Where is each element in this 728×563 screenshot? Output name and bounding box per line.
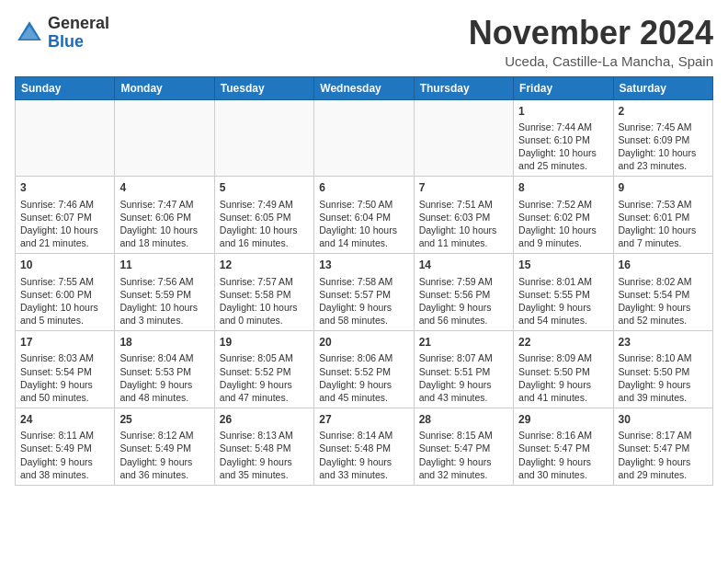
calendar-cell: 17Sunrise: 8:03 AM Sunset: 5:54 PM Dayli… <box>16 331 115 408</box>
weekday-header-row: SundayMondayTuesdayWednesdayThursdayFrid… <box>16 76 713 99</box>
weekday-header-wednesday: Wednesday <box>314 76 414 99</box>
calendar-cell: 27Sunrise: 8:14 AM Sunset: 5:48 PM Dayli… <box>314 408 414 486</box>
day-info: Sunrise: 7:52 AM Sunset: 6:02 PM Dayligh… <box>518 198 608 250</box>
calendar-cell: 9Sunrise: 7:53 AM Sunset: 6:01 PM Daylig… <box>613 177 712 254</box>
calendar-cell: 5Sunrise: 7:49 AM Sunset: 6:05 PM Daylig… <box>214 177 313 254</box>
day-info: Sunrise: 7:49 AM Sunset: 6:05 PM Dayligh… <box>220 198 309 250</box>
day-number: 3 <box>20 180 109 195</box>
weekday-header-tuesday: Tuesday <box>214 76 313 99</box>
day-info: Sunrise: 8:15 AM Sunset: 5:47 PM Dayligh… <box>419 429 508 481</box>
calendar-cell <box>115 99 214 177</box>
calendar-cell: 13Sunrise: 7:58 AM Sunset: 5:57 PM Dayli… <box>314 254 414 331</box>
calendar-cell: 6Sunrise: 7:50 AM Sunset: 6:04 PM Daylig… <box>314 177 414 254</box>
logo-general: General <box>48 14 109 32</box>
calendar-week-5: 24Sunrise: 8:11 AM Sunset: 5:49 PM Dayli… <box>16 408 713 486</box>
calendar-cell: 18Sunrise: 8:04 AM Sunset: 5:53 PM Dayli… <box>115 331 214 408</box>
calendar-cell <box>314 99 414 177</box>
day-number: 22 <box>518 335 608 350</box>
calendar-cell: 28Sunrise: 8:15 AM Sunset: 5:47 PM Dayli… <box>414 408 513 486</box>
day-number: 2 <box>619 104 708 119</box>
calendar-week-1: 1Sunrise: 7:44 AM Sunset: 6:10 PM Daylig… <box>16 99 713 177</box>
day-number: 29 <box>518 412 608 427</box>
day-info: Sunrise: 7:56 AM Sunset: 5:59 PM Dayligh… <box>119 275 209 327</box>
weekday-header-sunday: Sunday <box>16 76 115 99</box>
day-number: 12 <box>220 258 309 272</box>
calendar-cell: 11Sunrise: 7:56 AM Sunset: 5:59 PM Dayli… <box>115 254 214 331</box>
day-number: 5 <box>220 180 309 195</box>
calendar-table: SundayMondayTuesdayWednesdayThursdayFrid… <box>15 76 713 486</box>
calendar-cell <box>414 99 513 177</box>
calendar-week-3: 10Sunrise: 7:55 AM Sunset: 6:00 PM Dayli… <box>16 254 713 331</box>
calendar-cell: 30Sunrise: 8:17 AM Sunset: 5:47 PM Dayli… <box>613 408 712 486</box>
day-number: 25 <box>119 412 209 427</box>
day-number: 1 <box>518 104 608 119</box>
day-info: Sunrise: 8:01 AM Sunset: 5:55 PM Dayligh… <box>518 275 608 327</box>
page-header: General Blue November 2024 Uceda, Castil… <box>15 15 713 69</box>
calendar-cell: 14Sunrise: 7:59 AM Sunset: 5:56 PM Dayli… <box>414 254 513 331</box>
day-number: 7 <box>419 180 508 195</box>
day-info: Sunrise: 7:44 AM Sunset: 6:10 PM Dayligh… <box>518 121 608 173</box>
day-info: Sunrise: 8:10 AM Sunset: 5:50 PM Dayligh… <box>619 351 708 404</box>
logo-icon <box>15 18 44 48</box>
location: Uceda, Castille-La Mancha, Spain <box>469 53 713 69</box>
day-info: Sunrise: 8:14 AM Sunset: 5:48 PM Dayligh… <box>319 429 408 481</box>
day-info: Sunrise: 8:05 AM Sunset: 5:52 PM Dayligh… <box>220 351 309 404</box>
weekday-header-saturday: Saturday <box>613 76 712 99</box>
calendar-cell: 8Sunrise: 7:52 AM Sunset: 6:02 PM Daylig… <box>514 177 613 254</box>
day-info: Sunrise: 7:57 AM Sunset: 5:58 PM Dayligh… <box>220 275 309 327</box>
day-number: 20 <box>319 335 408 350</box>
day-info: Sunrise: 7:55 AM Sunset: 6:00 PM Dayligh… <box>20 275 109 327</box>
day-number: 26 <box>220 412 309 427</box>
month-title: November 2024 <box>469 15 713 52</box>
calendar-cell: 2Sunrise: 7:45 AM Sunset: 6:09 PM Daylig… <box>613 99 712 177</box>
calendar-cell: 20Sunrise: 8:06 AM Sunset: 5:52 PM Dayli… <box>314 331 414 408</box>
calendar-week-2: 3Sunrise: 7:46 AM Sunset: 6:07 PM Daylig… <box>16 177 713 254</box>
day-info: Sunrise: 8:13 AM Sunset: 5:48 PM Dayligh… <box>220 429 309 481</box>
day-info: Sunrise: 7:53 AM Sunset: 6:01 PM Dayligh… <box>619 198 708 250</box>
day-number: 19 <box>220 335 309 350</box>
day-number: 4 <box>119 180 209 195</box>
day-number: 15 <box>518 258 608 272</box>
day-info: Sunrise: 7:47 AM Sunset: 6:06 PM Dayligh… <box>119 198 209 250</box>
calendar-cell: 1Sunrise: 7:44 AM Sunset: 6:10 PM Daylig… <box>514 99 613 177</box>
day-number: 14 <box>419 258 508 272</box>
day-info: Sunrise: 8:03 AM Sunset: 5:54 PM Dayligh… <box>20 351 109 404</box>
calendar-cell: 3Sunrise: 7:46 AM Sunset: 6:07 PM Daylig… <box>16 177 115 254</box>
calendar-cell: 22Sunrise: 8:09 AM Sunset: 5:50 PM Dayli… <box>514 331 613 408</box>
calendar-cell: 24Sunrise: 8:11 AM Sunset: 5:49 PM Dayli… <box>16 408 115 486</box>
day-info: Sunrise: 7:50 AM Sunset: 6:04 PM Dayligh… <box>319 198 408 250</box>
day-number: 13 <box>319 258 408 272</box>
calendar-cell <box>16 99 115 177</box>
day-number: 17 <box>20 335 109 350</box>
day-number: 30 <box>619 412 708 427</box>
day-info: Sunrise: 7:46 AM Sunset: 6:07 PM Dayligh… <box>20 198 109 250</box>
day-number: 16 <box>619 258 708 272</box>
day-info: Sunrise: 8:07 AM Sunset: 5:51 PM Dayligh… <box>419 351 508 404</box>
calendar-cell: 4Sunrise: 7:47 AM Sunset: 6:06 PM Daylig… <box>115 177 214 254</box>
day-number: 24 <box>20 412 109 427</box>
calendar-cell: 21Sunrise: 8:07 AM Sunset: 5:51 PM Dayli… <box>414 331 513 408</box>
calendar-cell: 12Sunrise: 7:57 AM Sunset: 5:58 PM Dayli… <box>214 254 313 331</box>
day-info: Sunrise: 8:09 AM Sunset: 5:50 PM Dayligh… <box>518 351 608 404</box>
day-number: 10 <box>20 258 109 272</box>
day-info: Sunrise: 8:16 AM Sunset: 5:47 PM Dayligh… <box>518 429 608 481</box>
calendar-cell: 15Sunrise: 8:01 AM Sunset: 5:55 PM Dayli… <box>514 254 613 331</box>
calendar-cell: 29Sunrise: 8:16 AM Sunset: 5:47 PM Dayli… <box>514 408 613 486</box>
logo: General Blue <box>15 15 109 52</box>
day-info: Sunrise: 8:04 AM Sunset: 5:53 PM Dayligh… <box>119 351 209 404</box>
calendar-cell: 10Sunrise: 7:55 AM Sunset: 6:00 PM Dayli… <box>16 254 115 331</box>
day-number: 18 <box>119 335 209 350</box>
day-info: Sunrise: 7:59 AM Sunset: 5:56 PM Dayligh… <box>419 275 508 327</box>
title-block: November 2024 Uceda, Castille-La Mancha,… <box>469 15 713 69</box>
day-info: Sunrise: 8:11 AM Sunset: 5:49 PM Dayligh… <box>20 429 109 481</box>
day-number: 8 <box>518 180 608 195</box>
day-info: Sunrise: 8:12 AM Sunset: 5:49 PM Dayligh… <box>119 429 209 481</box>
calendar-cell: 7Sunrise: 7:51 AM Sunset: 6:03 PM Daylig… <box>414 177 513 254</box>
day-info: Sunrise: 8:17 AM Sunset: 5:47 PM Dayligh… <box>619 429 708 481</box>
day-number: 11 <box>119 258 209 272</box>
day-number: 27 <box>319 412 408 427</box>
day-info: Sunrise: 7:51 AM Sunset: 6:03 PM Dayligh… <box>419 198 508 250</box>
day-info: Sunrise: 8:06 AM Sunset: 5:52 PM Dayligh… <box>319 351 408 404</box>
day-number: 23 <box>619 335 708 350</box>
weekday-header-thursday: Thursday <box>414 76 513 99</box>
